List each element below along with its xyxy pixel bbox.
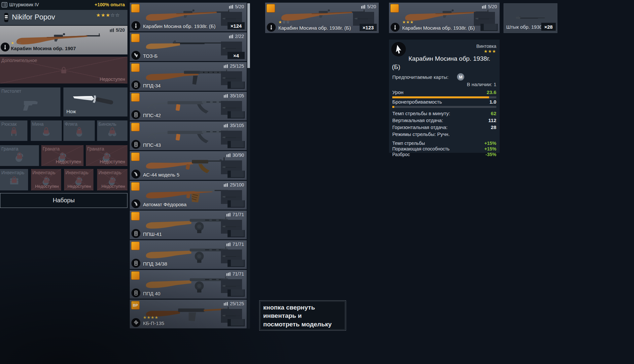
weapon-list-item[interactable]: 25/100 Автомат Фёдорова — [130, 181, 247, 210]
soldier-class-label: Штурмовик IV — [9, 2, 39, 7]
weapon-list-item[interactable]: 71/71 ППШ-41 — [130, 211, 247, 239]
ammo-type-icon — [131, 51, 140, 60]
slot-label: Мина — [32, 121, 44, 127]
weapon-list-item[interactable]: 30/90 АС-44 модель 5 — [130, 151, 247, 180]
slot-utility-4[interactable]: Бинокль — [97, 120, 127, 141]
cursor-icon — [391, 42, 406, 57]
slot-utility-1[interactable]: Рюкзак — [0, 120, 27, 141]
slot-knife[interactable]: Нож — [63, 87, 127, 116]
weapon-name: Автомат Фёдорова — [143, 202, 187, 207]
weapon-list-item[interactable]: 25/125 BP ★★★★ КБ-П-135 — [130, 300, 247, 328]
buff-label: Разброс — [392, 152, 410, 157]
battle-rating-badge — [131, 63, 140, 72]
battle-rating-badge — [131, 182, 140, 191]
star-icon: ★ — [151, 315, 155, 320]
slot-inventory-2[interactable]: Инвентарь Недоступен — [31, 169, 61, 190]
battle-rating-badge — [131, 34, 140, 42]
lock-icon — [76, 176, 82, 184]
slot-label: Рюкзак — [1, 121, 17, 127]
stat-label: Урон — [392, 89, 404, 96]
stat-value: 112 — [488, 117, 496, 124]
buff-value: -35% — [485, 152, 496, 157]
weapon-list-item[interactable]: 35/105 ППС-43 — [130, 121, 247, 150]
slot-status: Недоступен — [67, 184, 91, 189]
rank-insignia-icon — [4, 12, 9, 23]
weapon-name: ППШ-41 — [143, 231, 162, 237]
buff-label: Поражающая способность — [392, 146, 449, 152]
sets-button[interactable]: Наборы — [0, 193, 127, 208]
weapon-name: АС-44 модель 5 — [143, 172, 179, 178]
stat-row: Вертикальная отдача: 112 — [392, 117, 496, 124]
slot-label: Инвентарь — [98, 170, 122, 175]
ammo-type-icon — [391, 23, 400, 32]
battle-rating-badge — [131, 242, 140, 250]
star-empty-icon: ☆ — [115, 12, 120, 18]
weapon-list-item[interactable]: 71/71 ППД 40 — [130, 270, 247, 299]
slot-utility-2[interactable]: Мина — [31, 120, 62, 141]
weapon-name: Карабин Мосина обр. 1938г. (Б) — [402, 25, 475, 31]
equipped-weapon-card[interactable]: 5/20 ★☆☆ Карабин Мосина обр. 1907 — [0, 26, 127, 54]
weapon-list-item[interactable]: 25/125 ППД-34 — [130, 62, 247, 91]
ammo-type-icon — [131, 318, 140, 327]
ammo-type-icon — [131, 259, 140, 268]
slot-grenade-3[interactable]: Граната Недоступен — [86, 145, 127, 166]
weapon-name: ППД-34 — [143, 83, 160, 88]
weapon-name: Карабин Мосина обр. 1938г. (Б) — [143, 23, 216, 29]
stat-label: Бронепробиваемость — [392, 99, 442, 106]
map-badge[interactable]: М — [457, 73, 464, 81]
slot-grenade-2[interactable]: Граната Недоступен — [41, 145, 84, 166]
soldier-name: Nikifor Popov — [12, 13, 55, 21]
preferred-maps-label: Предпочитаемые карты: — [392, 74, 448, 80]
star-icon: ★ — [143, 315, 147, 320]
buff-row: Темп стрельбы +15% — [392, 141, 496, 146]
weapon-card-slot: 5/20 ★★★ Карабин Мосина обр. 1938г. (Б) — [389, 3, 500, 33]
weapon-list-item[interactable]: 2/22 ТОЗ-Б ×4 — [130, 32, 247, 61]
buff-list: Темп стрельбы +15%Поражающая способность… — [389, 141, 500, 157]
slot-inventory-3[interactable]: Инвентарь Недоступен — [64, 169, 93, 190]
bayonet-thumb — [222, 46, 241, 51]
slot-inventory-4[interactable]: Инвентарь Недоступен — [97, 169, 127, 190]
stat-label: Горизонтальная отдача: — [392, 124, 448, 131]
star-icon: ★ — [492, 49, 496, 54]
bayonet-thumb — [222, 313, 241, 318]
battle-rating-badge — [131, 93, 140, 102]
xp-bonus-label: +100% опыта — [95, 2, 125, 7]
slot-secondary-weapon[interactable]: Дополнительное Недоступен — [0, 57, 127, 83]
slot-pistol[interactable]: Пистолет — [0, 87, 60, 116]
stat-value: 28 — [491, 124, 496, 131]
weapon-list-item[interactable]: 35/105 ППС-42 — [130, 92, 247, 120]
lock-icon — [59, 152, 66, 160]
star-empty-icon: ☆ — [110, 12, 115, 18]
weapon-list-item[interactable]: 5/20 Карабин Мосина обр. 1938г. (Б) ×124 — [130, 3, 247, 31]
weapon-stars: ★★★ — [402, 20, 414, 24]
slot-status: Недоступен — [100, 159, 125, 164]
stat-value: 62 — [491, 111, 496, 117]
lock-icon — [11, 127, 17, 135]
preferred-maps-row: Предпочитаемые карты: М — [389, 71, 500, 81]
slot-grenade-1[interactable]: Граната — [0, 145, 39, 166]
weapon-name: ППД 40 — [143, 291, 160, 296]
weapon-list-item[interactable]: 5/20 ★★★ Карабин Мосина обр. 1938г. (Б) — [389, 3, 500, 33]
lock-icon — [16, 152, 23, 160]
bayonet-thumb — [222, 283, 241, 289]
weapon-list-item[interactable]: 5/20 ★☆☆ Карабин Мосина обр. 1938г. (Б) … — [265, 3, 379, 33]
slot-inventory-1[interactable]: Инвентарь — [0, 169, 28, 190]
battle-rating-badge — [266, 4, 275, 13]
slot-utility-3[interactable]: Фляга — [63, 120, 95, 141]
ammo-type-icon — [267, 23, 276, 32]
weapon-name: ППС-42 — [143, 113, 161, 118]
slot-label: Инвентарь — [65, 170, 88, 175]
ammo-type-icon — [131, 21, 140, 30]
bayonet-item-card[interactable]: Штык обр. 1930 ×28 — [504, 3, 557, 33]
weapon-card-slot: 5/20 ★☆☆ Карабин Мосина обр. 1938г. (Б) … — [265, 3, 379, 33]
stat-bar-track — [392, 106, 496, 108]
slot-label: Фляга — [65, 121, 78, 127]
weapon-list-item[interactable]: 71/71 ППД 34/38 — [130, 240, 247, 269]
scrollbar-thumb[interactable] — [247, 3, 250, 68]
bayonet-thumb — [222, 135, 241, 140]
inventory-slots-row: Инвентарь Инвентарь Недоступен Инвентарь… — [0, 169, 127, 190]
star-icon: ★ — [155, 315, 158, 320]
count-badge: ×123 — [360, 24, 377, 31]
lock-icon — [76, 127, 83, 135]
stat-row: Темп стрельбы в минуту: 62 — [392, 111, 496, 117]
